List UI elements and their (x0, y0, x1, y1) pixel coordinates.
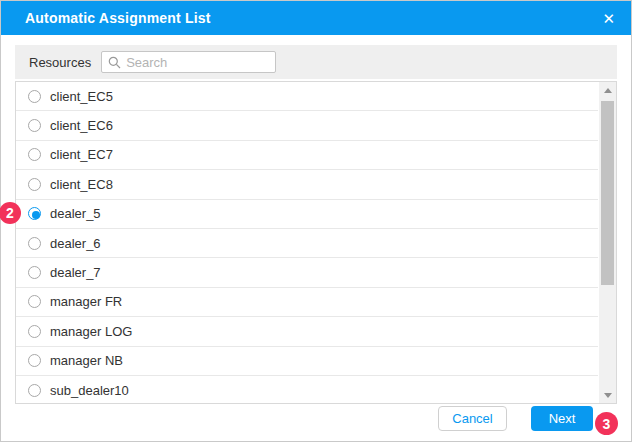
search-label: Resources (29, 55, 91, 70)
scroll-up-arrow-icon (604, 88, 612, 93)
radio-icon[interactable] (28, 325, 41, 338)
resource-label: manager FR (50, 294, 122, 309)
radio-icon[interactable] (28, 266, 41, 279)
radio-icon[interactable] (28, 119, 41, 132)
scroll-down-arrow-icon (604, 393, 612, 398)
list-item[interactable]: sub_dealer10 (16, 376, 598, 404)
list-item[interactable]: dealer_6 (16, 229, 598, 258)
step-3-badge: 3 (595, 412, 618, 435)
resource-label: manager LOG (50, 324, 132, 339)
resource-label: client_EC6 (50, 118, 113, 133)
dialog-titlebar: Automatic Assignment List ✕ (1, 1, 631, 35)
list-item[interactable]: client_EC8 (16, 170, 598, 199)
list-item[interactable]: client_EC6 (16, 111, 598, 140)
scroll-up-button[interactable] (599, 82, 616, 98)
next-button-label: Next (549, 411, 576, 426)
radio-icon[interactable] (28, 178, 41, 191)
search-input[interactable] (126, 55, 269, 70)
search-icon (108, 56, 121, 69)
list-item[interactable]: client_EC7 (16, 141, 598, 170)
list-item[interactable]: manager NB (16, 347, 598, 376)
list-item[interactable]: client_EC5 (16, 82, 598, 111)
resource-list: client_EC5 client_EC6 client_EC7 client_… (15, 81, 617, 404)
scroll-down-button[interactable] (599, 387, 616, 403)
radio-icon[interactable] (28, 237, 41, 250)
list-item[interactable]: manager LOG (16, 317, 598, 346)
step-2-badge: 2 (0, 202, 21, 224)
cancel-button[interactable]: Cancel (438, 406, 507, 431)
resource-label: client_EC7 (50, 147, 113, 162)
radio-icon[interactable] (28, 354, 41, 367)
search-bar: Resources (15, 45, 617, 79)
resource-label: client_EC8 (50, 177, 113, 192)
radio-icon[interactable] (28, 207, 41, 220)
dialog-footer: Cancel Next 3 (438, 406, 593, 431)
resource-label: dealer_5 (50, 206, 101, 221)
search-box[interactable] (101, 51, 276, 73)
resource-label: client_EC5 (50, 89, 113, 104)
resource-rows: client_EC5 client_EC6 client_EC7 client_… (16, 82, 616, 404)
resource-label: dealer_6 (50, 236, 101, 251)
list-item[interactable]: manager FR (16, 288, 598, 317)
resource-label: manager NB (50, 353, 123, 368)
radio-icon[interactable] (28, 384, 41, 397)
dialog-title: Automatic Assignment List (25, 10, 602, 26)
list-item[interactable]: dealer_7 (16, 258, 598, 287)
resource-label: sub_dealer10 (50, 383, 129, 398)
close-icon[interactable]: ✕ (602, 11, 615, 26)
list-item[interactable]: dealer_5 (16, 200, 598, 229)
radio-icon[interactable] (28, 90, 41, 103)
radio-icon[interactable] (28, 148, 41, 161)
scrollbar[interactable] (599, 82, 616, 403)
scrollbar-thumb[interactable] (601, 101, 614, 285)
resource-label: dealer_7 (50, 265, 101, 280)
next-button[interactable]: Next 3 (531, 406, 593, 431)
radio-icon[interactable] (28, 295, 41, 308)
automatic-assignment-dialog: Automatic Assignment List ✕ Resources cl… (0, 0, 632, 442)
